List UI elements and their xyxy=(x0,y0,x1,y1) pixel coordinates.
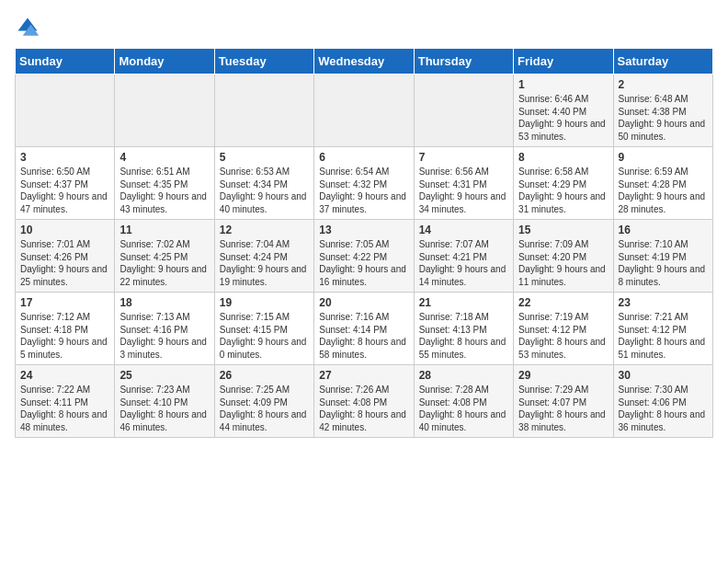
day-number: 12 xyxy=(220,224,309,236)
day-content: Sunrise: 6:54 AM Sunset: 4:32 PM Dayligh… xyxy=(319,166,408,215)
day-cell: 30Sunrise: 7:30 AM Sunset: 4:06 PM Dayli… xyxy=(613,365,712,438)
day-number: 6 xyxy=(319,151,408,164)
day-content: Sunrise: 7:05 AM Sunset: 4:22 PM Dayligh… xyxy=(319,238,408,288)
day-number: 18 xyxy=(119,296,209,309)
day-content: Sunrise: 6:46 AM Sunset: 4:40 PM Dayligh… xyxy=(518,93,608,143)
day-number: 9 xyxy=(619,151,708,164)
logo xyxy=(15,15,44,40)
day-content: Sunrise: 7:30 AM Sunset: 4:06 PM Dayligh… xyxy=(619,384,708,433)
day-cell: 16Sunrise: 7:10 AM Sunset: 4:19 PM Dayli… xyxy=(613,220,712,293)
day-content: Sunrise: 7:09 AM Sunset: 4:20 PM Dayligh… xyxy=(518,238,608,288)
day-content: Sunrise: 7:22 AM Sunset: 4:11 PM Dayligh… xyxy=(20,384,109,433)
day-number: 7 xyxy=(419,151,508,164)
day-content: Sunrise: 7:16 AM Sunset: 4:14 PM Dayligh… xyxy=(319,311,408,361)
header-monday: Monday xyxy=(115,49,214,75)
logo-icon xyxy=(15,15,40,40)
week-row-5: 24Sunrise: 7:22 AM Sunset: 4:11 PM Dayli… xyxy=(16,365,713,438)
day-cell: 10Sunrise: 7:01 AM Sunset: 4:26 PM Dayli… xyxy=(16,220,115,293)
week-row-2: 3Sunrise: 6:50 AM Sunset: 4:37 PM Daylig… xyxy=(16,147,713,220)
header-thursday: Thursday xyxy=(414,49,513,75)
day-cell xyxy=(314,75,414,147)
day-content: Sunrise: 6:50 AM Sunset: 4:37 PM Dayligh… xyxy=(20,166,109,215)
day-number: 3 xyxy=(20,151,109,164)
header-tuesday: Tuesday xyxy=(214,49,313,75)
header-sunday: Sunday xyxy=(16,49,115,75)
day-number: 16 xyxy=(619,224,708,236)
day-cell: 29Sunrise: 7:29 AM Sunset: 4:07 PM Dayli… xyxy=(514,365,613,438)
day-number: 10 xyxy=(20,224,109,236)
day-number: 1 xyxy=(518,78,608,91)
day-content: Sunrise: 6:51 AM Sunset: 4:35 PM Dayligh… xyxy=(119,166,209,215)
day-content: Sunrise: 6:53 AM Sunset: 4:34 PM Dayligh… xyxy=(220,166,309,215)
day-cell: 7Sunrise: 6:56 AM Sunset: 4:31 PM Daylig… xyxy=(414,147,513,220)
day-cell xyxy=(214,75,313,147)
day-content: Sunrise: 7:23 AM Sunset: 4:10 PM Dayligh… xyxy=(119,384,209,433)
day-number: 13 xyxy=(319,224,408,236)
day-content: Sunrise: 7:25 AM Sunset: 4:09 PM Dayligh… xyxy=(220,384,309,433)
day-cell: 3Sunrise: 6:50 AM Sunset: 4:37 PM Daylig… xyxy=(16,147,115,220)
day-cell: 20Sunrise: 7:16 AM Sunset: 4:14 PM Dayli… xyxy=(314,293,414,365)
day-content: Sunrise: 7:07 AM Sunset: 4:21 PM Dayligh… xyxy=(419,238,508,288)
day-cell: 28Sunrise: 7:28 AM Sunset: 4:08 PM Dayli… xyxy=(414,365,513,438)
day-cell: 19Sunrise: 7:15 AM Sunset: 4:15 PM Dayli… xyxy=(214,293,313,365)
day-cell: 17Sunrise: 7:12 AM Sunset: 4:18 PM Dayli… xyxy=(16,293,115,365)
day-cell: 4Sunrise: 6:51 AM Sunset: 4:35 PM Daylig… xyxy=(115,147,214,220)
day-content: Sunrise: 7:15 AM Sunset: 4:15 PM Dayligh… xyxy=(220,311,309,361)
day-cell: 8Sunrise: 6:58 AM Sunset: 4:29 PM Daylig… xyxy=(514,147,613,220)
day-number: 23 xyxy=(619,296,708,309)
day-content: Sunrise: 6:58 AM Sunset: 4:29 PM Dayligh… xyxy=(518,166,608,215)
day-content: Sunrise: 7:18 AM Sunset: 4:13 PM Dayligh… xyxy=(419,311,508,361)
day-number: 27 xyxy=(319,369,408,382)
day-number: 21 xyxy=(419,296,508,309)
day-cell: 11Sunrise: 7:02 AM Sunset: 4:25 PM Dayli… xyxy=(115,220,214,293)
day-cell: 27Sunrise: 7:26 AM Sunset: 4:08 PM Dayli… xyxy=(314,365,414,438)
day-content: Sunrise: 7:28 AM Sunset: 4:08 PM Dayligh… xyxy=(419,384,508,433)
day-cell xyxy=(414,75,513,147)
header-section xyxy=(15,15,713,40)
day-content: Sunrise: 6:59 AM Sunset: 4:28 PM Dayligh… xyxy=(619,166,708,215)
day-number: 17 xyxy=(20,296,109,309)
day-cell: 15Sunrise: 7:09 AM Sunset: 4:20 PM Dayli… xyxy=(514,220,613,293)
day-cell: 18Sunrise: 7:13 AM Sunset: 4:16 PM Dayli… xyxy=(115,293,214,365)
day-content: Sunrise: 7:29 AM Sunset: 4:07 PM Dayligh… xyxy=(518,384,608,433)
day-number: 11 xyxy=(119,224,209,236)
day-content: Sunrise: 7:01 AM Sunset: 4:26 PM Dayligh… xyxy=(20,238,109,288)
day-cell: 9Sunrise: 6:59 AM Sunset: 4:28 PM Daylig… xyxy=(613,147,712,220)
calendar-header-row: SundayMondayTuesdayWednesdayThursdayFrid… xyxy=(16,49,713,75)
day-number: 26 xyxy=(220,369,309,382)
week-row-1: 1Sunrise: 6:46 AM Sunset: 4:40 PM Daylig… xyxy=(16,75,713,147)
day-content: Sunrise: 7:02 AM Sunset: 4:25 PM Dayligh… xyxy=(119,238,209,288)
header-wednesday: Wednesday xyxy=(314,49,414,75)
day-cell: 24Sunrise: 7:22 AM Sunset: 4:11 PM Dayli… xyxy=(16,365,115,438)
day-cell: 26Sunrise: 7:25 AM Sunset: 4:09 PM Dayli… xyxy=(214,365,313,438)
day-number: 4 xyxy=(119,151,209,164)
day-content: Sunrise: 6:56 AM Sunset: 4:31 PM Dayligh… xyxy=(419,166,508,215)
day-cell xyxy=(16,75,115,147)
day-number: 20 xyxy=(319,296,408,309)
day-cell xyxy=(115,75,214,147)
day-cell: 12Sunrise: 7:04 AM Sunset: 4:24 PM Dayli… xyxy=(214,220,313,293)
day-number: 15 xyxy=(518,224,608,236)
day-cell: 23Sunrise: 7:21 AM Sunset: 4:12 PM Dayli… xyxy=(613,293,712,365)
header-saturday: Saturday xyxy=(613,49,712,75)
day-cell: 21Sunrise: 7:18 AM Sunset: 4:13 PM Dayli… xyxy=(414,293,513,365)
day-number: 28 xyxy=(419,369,508,382)
day-number: 14 xyxy=(419,224,508,236)
day-content: Sunrise: 7:12 AM Sunset: 4:18 PM Dayligh… xyxy=(20,311,109,361)
day-content: Sunrise: 7:13 AM Sunset: 4:16 PM Dayligh… xyxy=(119,311,209,361)
day-number: 5 xyxy=(220,151,309,164)
day-cell: 25Sunrise: 7:23 AM Sunset: 4:10 PM Dayli… xyxy=(115,365,214,438)
day-number: 30 xyxy=(619,369,708,382)
week-row-4: 17Sunrise: 7:12 AM Sunset: 4:18 PM Dayli… xyxy=(16,293,713,365)
day-number: 22 xyxy=(518,296,608,309)
header-friday: Friday xyxy=(514,49,613,75)
calendar-table: SundayMondayTuesdayWednesdayThursdayFrid… xyxy=(15,48,713,438)
day-content: Sunrise: 7:26 AM Sunset: 4:08 PM Dayligh… xyxy=(319,384,408,433)
day-cell: 22Sunrise: 7:19 AM Sunset: 4:12 PM Dayli… xyxy=(514,293,613,365)
day-number: 29 xyxy=(518,369,608,382)
day-number: 25 xyxy=(119,369,209,382)
day-cell: 5Sunrise: 6:53 AM Sunset: 4:34 PM Daylig… xyxy=(214,147,313,220)
day-cell: 1Sunrise: 6:46 AM Sunset: 4:40 PM Daylig… xyxy=(514,75,613,147)
day-content: Sunrise: 6:48 AM Sunset: 4:38 PM Dayligh… xyxy=(619,93,708,143)
day-number: 19 xyxy=(220,296,309,309)
